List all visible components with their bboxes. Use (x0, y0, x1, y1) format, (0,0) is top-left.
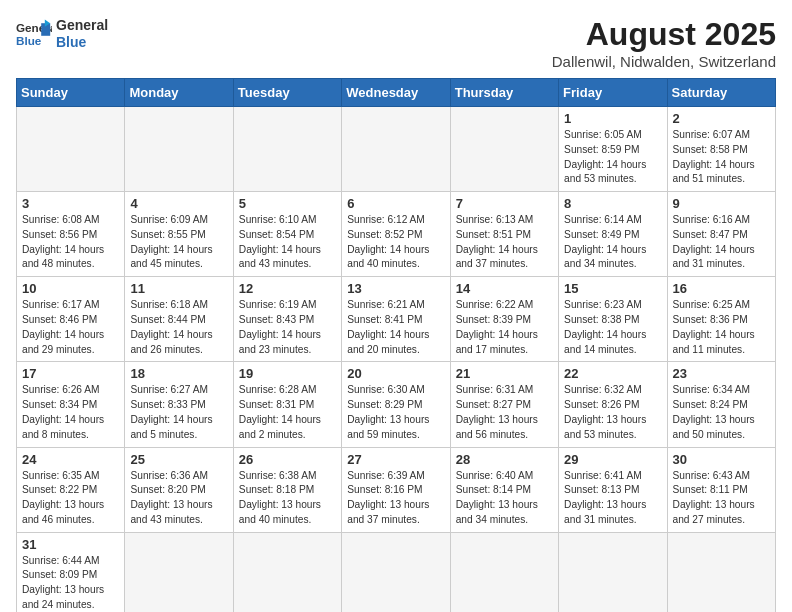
day-info: Sunrise: 6:32 AM Sunset: 8:26 PM Dayligh… (564, 383, 661, 442)
weekday-header-monday: Monday (125, 79, 233, 107)
day-info: Sunrise: 6:34 AM Sunset: 8:24 PM Dayligh… (673, 383, 770, 442)
calendar-cell (17, 107, 125, 192)
day-info: Sunrise: 6:07 AM Sunset: 8:58 PM Dayligh… (673, 128, 770, 187)
day-number: 23 (673, 366, 770, 381)
day-number: 28 (456, 452, 553, 467)
calendar-cell: 9Sunrise: 6:16 AM Sunset: 8:47 PM Daylig… (667, 192, 775, 277)
calendar-cell: 19Sunrise: 6:28 AM Sunset: 8:31 PM Dayli… (233, 362, 341, 447)
day-info: Sunrise: 6:35 AM Sunset: 8:22 PM Dayligh… (22, 469, 119, 528)
day-number: 25 (130, 452, 227, 467)
weekday-header-sunday: Sunday (17, 79, 125, 107)
day-number: 7 (456, 196, 553, 211)
calendar-cell: 31Sunrise: 6:44 AM Sunset: 8:09 PM Dayli… (17, 532, 125, 612)
calendar-header-row: SundayMondayTuesdayWednesdayThursdayFrid… (17, 79, 776, 107)
day-info: Sunrise: 6:44 AM Sunset: 8:09 PM Dayligh… (22, 554, 119, 612)
day-number: 20 (347, 366, 444, 381)
day-info: Sunrise: 6:39 AM Sunset: 8:16 PM Dayligh… (347, 469, 444, 528)
weekday-header-wednesday: Wednesday (342, 79, 450, 107)
calendar-cell: 3Sunrise: 6:08 AM Sunset: 8:56 PM Daylig… (17, 192, 125, 277)
month-title: August 2025 (552, 16, 776, 53)
calendar-cell (233, 107, 341, 192)
day-number: 9 (673, 196, 770, 211)
day-info: Sunrise: 6:12 AM Sunset: 8:52 PM Dayligh… (347, 213, 444, 272)
calendar-cell: 30Sunrise: 6:43 AM Sunset: 8:11 PM Dayli… (667, 447, 775, 532)
day-number: 31 (22, 537, 119, 552)
day-info: Sunrise: 6:26 AM Sunset: 8:34 PM Dayligh… (22, 383, 119, 442)
day-info: Sunrise: 6:36 AM Sunset: 8:20 PM Dayligh… (130, 469, 227, 528)
calendar-week-row: 1Sunrise: 6:05 AM Sunset: 8:59 PM Daylig… (17, 107, 776, 192)
calendar-cell (559, 532, 667, 612)
day-info: Sunrise: 6:38 AM Sunset: 8:18 PM Dayligh… (239, 469, 336, 528)
title-area: August 2025 Dallenwil, Nidwalden, Switze… (552, 16, 776, 70)
logo-text-line1: General (56, 17, 108, 34)
calendar-cell: 5Sunrise: 6:10 AM Sunset: 8:54 PM Daylig… (233, 192, 341, 277)
day-info: Sunrise: 6:25 AM Sunset: 8:36 PM Dayligh… (673, 298, 770, 357)
day-number: 5 (239, 196, 336, 211)
calendar-week-row: 17Sunrise: 6:26 AM Sunset: 8:34 PM Dayli… (17, 362, 776, 447)
day-number: 15 (564, 281, 661, 296)
day-number: 12 (239, 281, 336, 296)
weekday-header-saturday: Saturday (667, 79, 775, 107)
calendar-cell: 15Sunrise: 6:23 AM Sunset: 8:38 PM Dayli… (559, 277, 667, 362)
calendar-cell (342, 532, 450, 612)
day-number: 1 (564, 111, 661, 126)
calendar-cell: 26Sunrise: 6:38 AM Sunset: 8:18 PM Dayli… (233, 447, 341, 532)
day-number: 18 (130, 366, 227, 381)
calendar-cell: 7Sunrise: 6:13 AM Sunset: 8:51 PM Daylig… (450, 192, 558, 277)
location-title: Dallenwil, Nidwalden, Switzerland (552, 53, 776, 70)
day-info: Sunrise: 6:13 AM Sunset: 8:51 PM Dayligh… (456, 213, 553, 272)
day-info: Sunrise: 6:16 AM Sunset: 8:47 PM Dayligh… (673, 213, 770, 272)
calendar-cell: 25Sunrise: 6:36 AM Sunset: 8:20 PM Dayli… (125, 447, 233, 532)
calendar-cell (125, 532, 233, 612)
day-info: Sunrise: 6:08 AM Sunset: 8:56 PM Dayligh… (22, 213, 119, 272)
day-info: Sunrise: 6:17 AM Sunset: 8:46 PM Dayligh… (22, 298, 119, 357)
day-info: Sunrise: 6:05 AM Sunset: 8:59 PM Dayligh… (564, 128, 661, 187)
day-number: 24 (22, 452, 119, 467)
day-number: 2 (673, 111, 770, 126)
calendar-cell: 28Sunrise: 6:40 AM Sunset: 8:14 PM Dayli… (450, 447, 558, 532)
calendar-cell: 20Sunrise: 6:30 AM Sunset: 8:29 PM Dayli… (342, 362, 450, 447)
svg-text:Blue: Blue (16, 34, 42, 47)
logo-text-line2: Blue (56, 34, 108, 51)
calendar-cell (667, 532, 775, 612)
calendar-cell (125, 107, 233, 192)
calendar-week-row: 10Sunrise: 6:17 AM Sunset: 8:46 PM Dayli… (17, 277, 776, 362)
day-number: 14 (456, 281, 553, 296)
day-info: Sunrise: 6:22 AM Sunset: 8:39 PM Dayligh… (456, 298, 553, 357)
day-info: Sunrise: 6:27 AM Sunset: 8:33 PM Dayligh… (130, 383, 227, 442)
day-number: 4 (130, 196, 227, 211)
calendar-cell: 1Sunrise: 6:05 AM Sunset: 8:59 PM Daylig… (559, 107, 667, 192)
calendar-cell: 6Sunrise: 6:12 AM Sunset: 8:52 PM Daylig… (342, 192, 450, 277)
day-number: 17 (22, 366, 119, 381)
day-info: Sunrise: 6:31 AM Sunset: 8:27 PM Dayligh… (456, 383, 553, 442)
day-info: Sunrise: 6:30 AM Sunset: 8:29 PM Dayligh… (347, 383, 444, 442)
day-number: 3 (22, 196, 119, 211)
day-info: Sunrise: 6:40 AM Sunset: 8:14 PM Dayligh… (456, 469, 553, 528)
calendar-week-row: 24Sunrise: 6:35 AM Sunset: 8:22 PM Dayli… (17, 447, 776, 532)
day-number: 6 (347, 196, 444, 211)
calendar-cell: 12Sunrise: 6:19 AM Sunset: 8:43 PM Dayli… (233, 277, 341, 362)
day-info: Sunrise: 6:18 AM Sunset: 8:44 PM Dayligh… (130, 298, 227, 357)
weekday-header-thursday: Thursday (450, 79, 558, 107)
day-info: Sunrise: 6:21 AM Sunset: 8:41 PM Dayligh… (347, 298, 444, 357)
calendar-cell: 4Sunrise: 6:09 AM Sunset: 8:55 PM Daylig… (125, 192, 233, 277)
day-number: 11 (130, 281, 227, 296)
calendar-cell: 21Sunrise: 6:31 AM Sunset: 8:27 PM Dayli… (450, 362, 558, 447)
day-info: Sunrise: 6:28 AM Sunset: 8:31 PM Dayligh… (239, 383, 336, 442)
day-number: 8 (564, 196, 661, 211)
day-info: Sunrise: 6:23 AM Sunset: 8:38 PM Dayligh… (564, 298, 661, 357)
day-info: Sunrise: 6:09 AM Sunset: 8:55 PM Dayligh… (130, 213, 227, 272)
logo-icon: General Blue (16, 16, 52, 52)
weekday-header-friday: Friday (559, 79, 667, 107)
calendar-cell (233, 532, 341, 612)
calendar-cell (342, 107, 450, 192)
calendar-week-row: 3Sunrise: 6:08 AM Sunset: 8:56 PM Daylig… (17, 192, 776, 277)
calendar-cell (450, 107, 558, 192)
calendar-cell: 18Sunrise: 6:27 AM Sunset: 8:33 PM Dayli… (125, 362, 233, 447)
calendar-cell: 8Sunrise: 6:14 AM Sunset: 8:49 PM Daylig… (559, 192, 667, 277)
calendar-cell: 13Sunrise: 6:21 AM Sunset: 8:41 PM Dayli… (342, 277, 450, 362)
calendar-cell (450, 532, 558, 612)
day-number: 26 (239, 452, 336, 467)
day-info: Sunrise: 6:10 AM Sunset: 8:54 PM Dayligh… (239, 213, 336, 272)
calendar-cell: 11Sunrise: 6:18 AM Sunset: 8:44 PM Dayli… (125, 277, 233, 362)
